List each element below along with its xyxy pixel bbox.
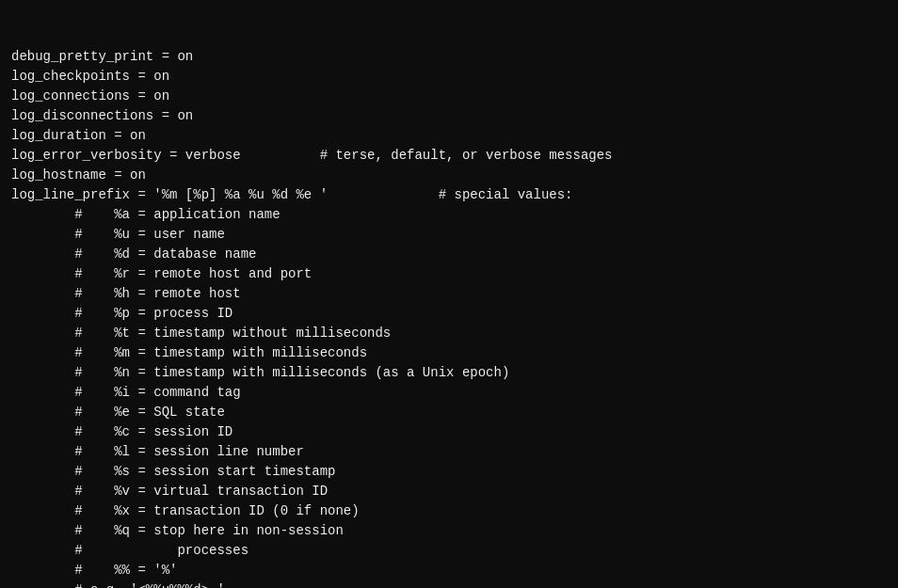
code-line: log_disconnections = on — [11, 106, 887, 126]
code-line: # %d = database name — [11, 245, 887, 264]
code-line: # %x = transaction ID (0 if none) — [11, 501, 887, 521]
code-line: # %h = remote host — [11, 284, 887, 304]
code-line: # %q = stop here in non-session — [11, 521, 887, 541]
code-line: # %v = virtual transaction ID — [11, 482, 887, 501]
code-line: # %e = SQL state — [11, 403, 887, 422]
code-line: log_duration = on — [11, 126, 887, 146]
code-line: log_error_verbosity = verbose # terse, d… — [11, 146, 887, 166]
code-line: # %t = timestamp without milliseconds — [11, 324, 887, 343]
code-line: # e.g. '<%%u%%%d> ' — [11, 580, 887, 588]
code-content: debug_pretty_print = onlog_checkpoints =… — [0, 0, 898, 588]
code-line: # %% = '%' — [11, 561, 887, 580]
code-line: debug_pretty_print = on — [11, 47, 887, 67]
code-line: # %c = session ID — [11, 422, 887, 442]
code-line: # %s = session start timestamp — [11, 462, 887, 482]
code-line: log_hostname = on — [11, 166, 887, 185]
code-line: # %r = remote host and port — [11, 264, 887, 284]
code-line: # %p = process ID — [11, 304, 887, 324]
code-line: log_checkpoints = on — [11, 67, 887, 87]
code-line: # %i = command tag — [11, 383, 887, 403]
code-line: # %n = timestamp with milliseconds (as a… — [11, 363, 887, 383]
code-line: log_connections = on — [11, 87, 887, 106]
code-line: # %m = timestamp with milliseconds — [11, 343, 887, 363]
code-line: # %l = session line number — [11, 442, 887, 462]
code-line: # %u = user name — [11, 225, 887, 245]
code-line: log_line_prefix = '%m [%p] %a %u %d %e '… — [11, 185, 887, 205]
code-line: # %a = application name — [11, 205, 887, 225]
code-line: # processes — [11, 541, 887, 561]
